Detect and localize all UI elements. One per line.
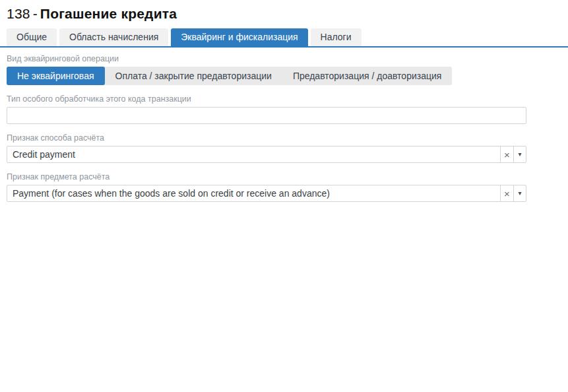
clear-icon: ×	[504, 189, 510, 199]
payment-subject-value: Payment (for cases when the goods are so…	[7, 185, 500, 201]
special-handler-label: Тип особого обработчика этого кода транз…	[7, 94, 526, 104]
tab-acquiring-fiscalization[interactable]: Эквайринг и фискализация	[171, 28, 307, 46]
payment-subject-clear-button[interactable]: ×	[500, 185, 513, 201]
payment-subject-dropdown-button[interactable]: ▾	[513, 185, 526, 201]
payment-method-clear-button[interactable]: ×	[500, 147, 513, 162]
acquiring-operation-type-label: Вид эквайринговой операции	[7, 54, 526, 63]
clear-icon: ×	[504, 150, 510, 160]
segment-preauthorization-additional-authorization[interactable]: Предавторизация / доавторизация	[282, 67, 453, 85]
segment-non-acquiring[interactable]: Не эквайринговая	[7, 67, 105, 85]
tab-general[interactable]: Общие	[7, 28, 57, 46]
title-name: Погашение кредита	[40, 6, 177, 21]
payment-method-attribute-label: Признак способа расчёта	[7, 133, 526, 143]
payment-subject-attribute-label: Признак предмета расчёта	[7, 172, 526, 181]
title-separator: -	[33, 6, 38, 21]
tab-panel-acquiring-fiscalization: Вид эквайринговой операции Не эквайринго…	[0, 54, 533, 202]
title-code: 138	[7, 6, 30, 21]
special-handler-input[interactable]	[7, 107, 526, 124]
chevron-down-icon: ▾	[518, 190, 521, 197]
tab-accrual-area[interactable]: Область начисления	[59, 28, 168, 46]
chevron-down-icon: ▾	[518, 151, 521, 158]
payment-method-dropdown-button[interactable]: ▾	[513, 147, 526, 162]
payment-method-combobox[interactable]: Credit payment × ▾	[7, 146, 526, 163]
page-title: 138-Погашение кредита	[0, 0, 568, 28]
segment-payment-close-preauthorization[interactable]: Оплата / закрытие предавторизации	[105, 67, 282, 85]
tab-bar: Общие Область начисления Эквайринг и фис…	[0, 28, 568, 48]
acquiring-operation-type-segmented-control: Не эквайринговая Оплата / закрытие преда…	[7, 67, 452, 85]
payment-subject-combobox[interactable]: Payment (for cases when the goods are so…	[7, 185, 526, 202]
payment-method-value: Credit payment	[7, 147, 500, 162]
tab-taxes[interactable]: Налоги	[311, 28, 362, 46]
transaction-code-editor-page: 138-Погашение кредита Общие Область начи…	[0, 0, 568, 392]
